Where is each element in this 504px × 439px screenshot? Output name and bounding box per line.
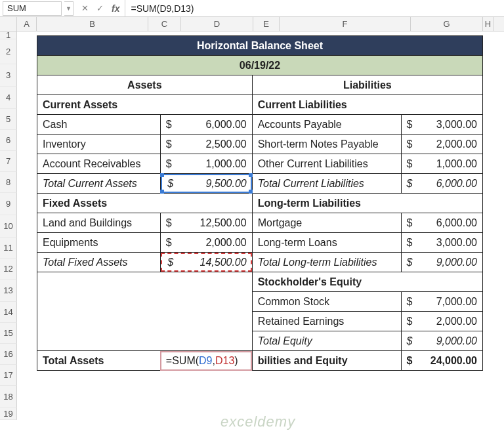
cell-ds: $ (160, 115, 177, 135)
cell-label[interactable]: Retained Earnings (252, 312, 401, 331)
row-headers: 1 2 3 4 5 6 7 8 9 10 11 12 13 14 15 16 1… (0, 31, 17, 420)
cell-label[interactable]: Land and Buildings (37, 213, 161, 233)
row-17[interactable]: 17 (0, 365, 17, 386)
cell-amount[interactable]: 3,000.00 (418, 233, 483, 253)
cell-amount: 14,500.00 (180, 257, 252, 268)
col-h[interactable]: H (483, 17, 494, 31)
col-f[interactable]: F (280, 17, 411, 31)
cell-ds: $ (401, 331, 417, 351)
cell-amount[interactable]: 9,000.00 (418, 253, 483, 272)
col-g[interactable]: G (411, 17, 483, 31)
row-15[interactable]: 15 (0, 323, 17, 344)
cell-amount[interactable]: 1,000.00 (177, 154, 252, 174)
row-18[interactable]: 18 (0, 386, 17, 408)
cell-amount[interactable]: 2,000.00 (418, 312, 483, 331)
cell-amount[interactable]: 2,000.00 (418, 135, 483, 154)
cell-amount[interactable]: 1,000.00 (418, 154, 483, 174)
total-fixed-assets-label: Total Fixed Assets (37, 253, 161, 272)
row-11[interactable]: 11 (0, 238, 17, 259)
formula-ref-d13: D13 (215, 355, 234, 366)
longterm-liab-header: Long-term Liabilities (252, 194, 482, 213)
row-13[interactable]: 13 (0, 280, 17, 302)
cell-amount[interactable]: 2,500.00 (177, 135, 252, 154)
sheet-date: 06/19/22 (37, 56, 483, 75)
row-12[interactable]: 12 (0, 259, 17, 280)
cell-label[interactable]: Accounts Payable (252, 115, 401, 135)
col-b[interactable]: B (37, 17, 148, 31)
cell-ds: $ (401, 135, 417, 154)
formula-prefix: =SUM( (166, 355, 199, 366)
row-2[interactable]: 2 (0, 39, 17, 64)
cell-ds: $ (401, 174, 417, 194)
cell-amount[interactable]: 7,000.00 (418, 292, 483, 312)
row-6[interactable]: 6 (0, 130, 17, 151)
total-assets-label: Total Assets (37, 351, 161, 371)
cell-amount[interactable]: 2,000.00 (177, 233, 252, 253)
col-c[interactable]: C (148, 17, 181, 31)
row-14[interactable]: 14 (0, 302, 17, 323)
col-d[interactable]: D (181, 17, 253, 31)
worksheet[interactable]: Horizontal Balance Sheet 06/19/22 Assets… (17, 31, 504, 420)
cell-ds: $ (401, 213, 417, 233)
sheet-title: Horizontal Balance Sheet (37, 36, 483, 56)
row-5[interactable]: 5 (0, 109, 17, 130)
row-8[interactable]: 8 (0, 172, 17, 193)
cell-amount[interactable]: 9,000.00 (418, 331, 483, 351)
balance-sheet-table: Horizontal Balance Sheet 06/19/22 Assets… (37, 35, 483, 371)
cell-ds: $ (401, 154, 417, 174)
cell-ds: $ (401, 253, 417, 272)
cell-amount[interactable]: 3,000.00 (418, 115, 483, 135)
cancel-icon[interactable]: ✕ (81, 3, 89, 13)
current-assets-header: Current Assets (37, 95, 253, 115)
cell-label[interactable]: Other Current Liabilities (252, 154, 401, 174)
confirm-icon[interactable]: ✓ (96, 3, 104, 13)
cell-d18-editing[interactable]: =SUM(D9,D13) (160, 351, 252, 371)
cell-d9[interactable]: $ 9,500.00 (160, 174, 252, 194)
row-7[interactable]: 7 (0, 151, 17, 172)
watermark: exceldemy (220, 413, 295, 430)
col-e[interactable]: E (253, 17, 280, 31)
name-box-dropdown[interactable]: ▼ (64, 1, 74, 16)
row-1[interactable]: 1 (0, 31, 17, 39)
cell-amount[interactable]: 6,000.00 (418, 174, 483, 194)
empty-block (37, 272, 253, 351)
row-4[interactable]: 4 (0, 87, 17, 109)
cell-ds: $ (160, 154, 177, 174)
cell-amount: 9,500.00 (180, 178, 252, 190)
total-liab-equity-label: bilities and Equity (252, 351, 401, 371)
cell-amount[interactable]: 6,000.00 (418, 213, 483, 233)
row-3[interactable]: 3 (0, 64, 17, 87)
row-10[interactable]: 10 (0, 215, 17, 238)
name-box[interactable]: SUM (3, 1, 62, 16)
cell-amount[interactable]: 6,000.00 (177, 115, 252, 135)
cell-label[interactable]: Mortgage (252, 213, 401, 233)
cell-d13[interactable]: $ 14,500.00 (160, 253, 252, 272)
cell-amount[interactable]: 12,500.00 (177, 213, 252, 233)
cell-label[interactable]: Common Stock (252, 292, 401, 312)
cell-ds: $ (401, 115, 417, 135)
select-all-corner[interactable] (0, 17, 17, 31)
formula-input[interactable]: =SUM(D9,D13) (125, 0, 504, 16)
row-19[interactable]: 19 (0, 408, 17, 420)
row-9[interactable]: 9 (0, 193, 17, 215)
cell-label[interactable]: Cash (37, 115, 161, 135)
cell-label[interactable]: Account Receivables (37, 154, 161, 174)
equity-header: Stockholder's Equity (252, 272, 482, 292)
total-equity-label: Total Equity (252, 331, 401, 351)
col-a[interactable]: A (17, 17, 37, 31)
cell-label[interactable]: Short-term Notes Payable (252, 135, 401, 154)
formula-suffix: ) (234, 355, 238, 366)
cell-amount[interactable]: 24,000.00 (418, 351, 483, 371)
cell-label[interactable]: Long-term Loans (252, 233, 401, 253)
cell-ds: $ (401, 312, 417, 331)
total-current-liab-label: Total Current Liabilities (252, 174, 401, 194)
cell-ds: $ (161, 178, 180, 190)
cell-ds: $ (401, 351, 417, 371)
fx-icon[interactable]: fx (112, 3, 125, 14)
cell-label[interactable]: Inventory (37, 135, 161, 154)
row-16[interactable]: 16 (0, 344, 17, 365)
total-current-assets-label: Total Current Assets (37, 174, 161, 194)
formula-ref-d9: D9 (199, 355, 212, 366)
cell-label[interactable]: Equipments (37, 233, 161, 253)
total-longterm-label: Total Long-term Liabilities (252, 253, 401, 272)
